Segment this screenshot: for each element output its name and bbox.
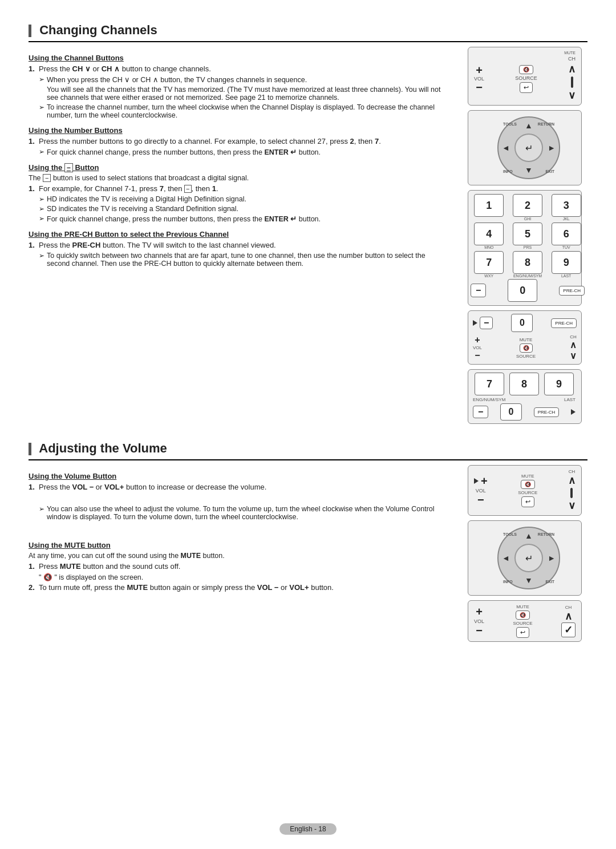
remote-789-block: 7 8 9 ENG/NUM/SYM LAST − xyxy=(468,369,582,424)
mute-item2: 2. To turn mute off, press the MUTE butt… xyxy=(29,583,445,592)
sub1-item1: 1. Press the CH ∨ or CH ∧ button to chan… xyxy=(29,64,445,73)
sub3-item1: 1. For example, for Channel 7-1, press 7… xyxy=(29,184,445,193)
mute-item1: 1. Press MUTE button and the sound cuts … xyxy=(29,562,445,571)
remote-prech-block: − 0 PRE-CH + VOL − MUTE xyxy=(468,310,582,365)
triangle-icon xyxy=(473,320,477,326)
mute-desc: At any time, you can cut off the sound u… xyxy=(29,552,445,560)
sub3-bullet1: ➢ HD indicates the TV is receiving a Dig… xyxy=(39,195,445,203)
vol-sub1-item1: 1. Press the VOL − or VOL+ button to inc… xyxy=(29,483,445,491)
section2-img-col: + VOL − MUTE 🔇 SOURCE ↩ CH xyxy=(462,465,587,642)
vol-sub1-bullet1: ➢ You can also use the wheel to adjust t… xyxy=(39,505,445,521)
sub1-bullet1: ➢ When you press the CH ∨ or CH ∧ button… xyxy=(39,75,445,84)
sub3-bullet3: ➢ For quick channel change, press the nu… xyxy=(39,215,445,223)
remote-numpad-block: 1 2 GHI 3 JKL 4 MNO xyxy=(468,190,582,306)
section1-text-col: Using the Channel Buttons 1. Press the C… xyxy=(29,47,451,424)
sub1-heading: Using the Channel Buttons xyxy=(29,54,445,62)
sub4-bullet1: ➢ To quickly switch between two channels… xyxy=(39,252,445,268)
section1-layout: Using the Channel Buttons 1. Press the C… xyxy=(29,47,587,424)
sub1-bullet2: ➢ To increase the channel number, turn t… xyxy=(39,103,445,119)
section-changing-channels: Changing Channels Using the Channel Butt… xyxy=(29,23,587,435)
remote-nav-wheel-block: TOOLS RETURN INFO EXIT ▲ ▼ ◄ ► ↵ xyxy=(468,110,582,185)
footer-badge: English - 18 xyxy=(279,823,336,835)
remote-nav-wheel-block2: TOOLS RETURN INFO EXIT ▲ ▼ ◄ ► ↵ xyxy=(468,520,582,596)
section2-bar-icon xyxy=(29,443,31,455)
section2-layout: Using the Volume Button 1. Press the VOL… xyxy=(29,465,587,642)
section2-text-col: Using the Volume Button 1. Press the VOL… xyxy=(29,465,451,642)
sub4-heading: Using the PRE-CH Button to select the Pr… xyxy=(29,230,445,238)
remote-mute-block: + VOL − MUTE 🔇 SOURCE ↩ CH ∧ xyxy=(468,600,582,642)
page-footer: English - 18 xyxy=(0,823,616,835)
sub2-item1: 1. Press the number buttons to go direct… xyxy=(29,137,445,145)
sub3-heading: Using the − Button xyxy=(29,163,445,172)
section-bar-icon xyxy=(29,25,31,37)
vol-sub2-heading: Using the MUTE button xyxy=(29,541,445,549)
remote-vol-ch-block: MUTE + VOL − 🔇 SOURCE ↩ xyxy=(468,47,582,106)
section-adjusting-volume: Adjusting the Volume Using the Volume Bu… xyxy=(29,441,587,653)
section1-img-col: MUTE + VOL − 🔇 SOURCE ↩ xyxy=(462,47,587,424)
section1-title: Changing Channels xyxy=(29,23,587,42)
sub4-item1: 1. Press the PRE-CH button. The TV will … xyxy=(29,241,445,249)
sub3-bullet2: ➢ SD indicates the TV is receiving a Sta… xyxy=(39,205,445,213)
sub1-bullet1b: You will see all the channels that the T… xyxy=(47,86,445,102)
section2-title: Adjusting the Volume xyxy=(29,441,587,460)
sub2-bullet1: ➢ For quick channel change, press the nu… xyxy=(39,148,445,156)
vol-sub1-heading: Using the Volume Button xyxy=(29,472,445,480)
remote-vol-top: + VOL − MUTE 🔇 SOURCE ↩ CH xyxy=(468,465,582,516)
sub2-heading: Using the Number Buttons xyxy=(29,126,445,135)
sub3-desc: The − button is used to select stations … xyxy=(29,174,445,182)
